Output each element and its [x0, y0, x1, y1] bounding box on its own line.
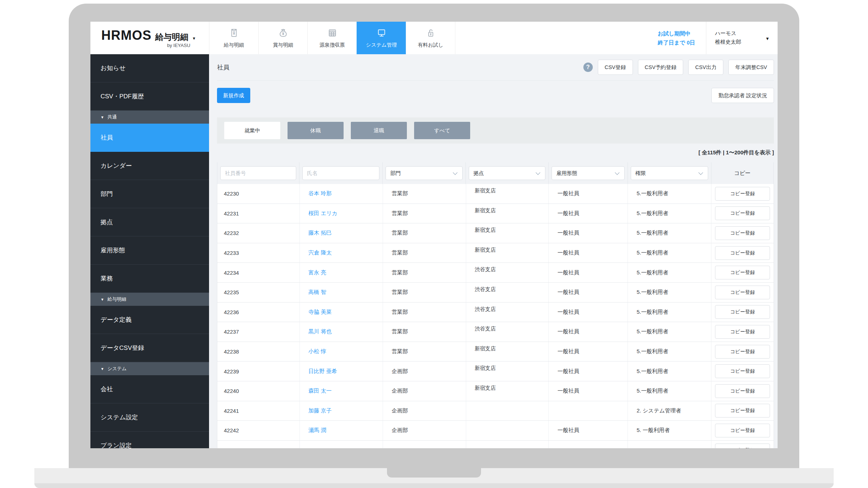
- table-row: 42233宍倉 隆太営業部新宿支店一般社員5.一般利用者コピー登録: [217, 243, 774, 263]
- sidebar-item-8[interactable]: 業務: [90, 265, 209, 293]
- copy-register-button[interactable]: コピー登録: [715, 364, 770, 378]
- cell-employment-type: 一般社員: [549, 223, 628, 243]
- department-filter-select[interactable]: 部門: [386, 166, 463, 180]
- sidebar-item-15[interactable]: プラン設定: [90, 432, 209, 448]
- cell-employee-no: 42237: [217, 322, 300, 342]
- copy-register-button[interactable]: コピー登録: [715, 286, 770, 299]
- cell-department: 営業部: [383, 303, 466, 322]
- cell-employee-no: 42240: [217, 381, 300, 401]
- status-tab-2[interactable]: 退職: [351, 122, 407, 139]
- copy-register-button[interactable]: コピー登録: [715, 206, 770, 220]
- copy-register-button[interactable]: コピー登録: [715, 325, 770, 339]
- employee-name-link[interactable]: 瀬馬 潤: [309, 427, 326, 434]
- copy-register-button[interactable]: コピー登録: [715, 305, 770, 319]
- cell-name: 高橋 智: [300, 283, 383, 302]
- status-tab-0[interactable]: 就業中: [224, 122, 280, 139]
- nav-tab-label: システム管理: [366, 42, 397, 48]
- name-filter-input[interactable]: [302, 166, 379, 180]
- employee-no-filter-input[interactable]: [220, 166, 296, 180]
- trial-status: お試し期間中 終了日まで 0日: [658, 22, 695, 54]
- cell-department: 企画部: [383, 361, 466, 381]
- cell-employee-no: 42239: [217, 361, 300, 381]
- employee-name-link[interactable]: 森田 太一: [309, 388, 332, 394]
- employee-name-link[interactable]: 加藤 京子: [309, 407, 332, 414]
- logo-caret-icon[interactable]: ▼: [192, 36, 196, 40]
- employee-name-link[interactable]: 富永 亮: [309, 269, 326, 276]
- attendance-approver-button[interactable]: 勤怠承認者 設定状況: [711, 88, 774, 103]
- sidebar-item-5[interactable]: 部門: [90, 180, 209, 208]
- page: { "header": { "logo": {"brand": "HRMOS",…: [0, 0, 868, 488]
- help-icon[interactable]: ?: [583, 63, 593, 72]
- sidebar-item-6[interactable]: 拠点: [90, 208, 209, 236]
- employee-name-link[interactable]: 藤木 拓巳: [309, 230, 332, 236]
- table-row: 42235高橋 智営業部渋谷支店一般社員5.一般利用者コピー登録: [217, 283, 774, 303]
- copy-register-button[interactable]: コピー登録: [715, 246, 770, 260]
- role-filter-select[interactable]: 権限: [631, 166, 708, 180]
- copy-register-button[interactable]: コピー登録: [715, 187, 770, 201]
- nav-tab-1[interactable]: ¥賞与明細: [258, 22, 307, 54]
- employee-name-link[interactable]: 宍倉 隆太: [309, 249, 332, 256]
- copy-register-button[interactable]: コピー登録: [715, 404, 770, 418]
- sidebar-item-10[interactable]: データ定義: [90, 306, 209, 334]
- copy-register-button[interactable]: コピー登録: [715, 384, 770, 398]
- cell-role: 5.一般利用者: [628, 303, 711, 322]
- copy-register-button[interactable]: コピー登録: [715, 345, 770, 359]
- section-caret-icon: ▼: [101, 367, 104, 371]
- nav-tab-4[interactable]: 有料お試し: [406, 22, 455, 54]
- section-caret-icon: ▼: [101, 115, 104, 119]
- copy-register-button[interactable]: コピー登録: [715, 424, 770, 437]
- record-count: [ 全115件 | 1〜200件目を表示 ]: [217, 147, 774, 158]
- app-logo[interactable]: HRMOS 給与明細 ▼ by IEYASU: [90, 22, 209, 54]
- csv-button-0[interactable]: CSV登録: [598, 60, 633, 75]
- sidebar-item-3[interactable]: 社員: [90, 124, 209, 152]
- copy-register-button[interactable]: コピー登録: [715, 226, 770, 240]
- employee-name-link[interactable]: 日比野 亜希: [309, 368, 337, 375]
- sidebar-item-13[interactable]: 会社: [90, 375, 209, 403]
- sidebar-item-1[interactable]: CSV・PDF履歴: [90, 82, 209, 111]
- sidebar-item-7[interactable]: 雇用形態: [90, 236, 209, 265]
- cell-copy: コピー登録: [711, 421, 774, 440]
- create-button[interactable]: 新規作成: [217, 88, 250, 103]
- cell-role: 5. 一般利用者: [628, 421, 711, 440]
- employee-name-link[interactable]: 高橋 智: [309, 289, 326, 296]
- sidebar-item-11[interactable]: データCSV登録: [90, 334, 209, 362]
- nav-tab-0[interactable]: ¥給与明細: [209, 22, 258, 54]
- nav-tab-label: 源泉徴収票: [320, 42, 345, 48]
- user-caret-icon[interactable]: ▼: [765, 35, 770, 43]
- sidebar-section-label: 共通: [107, 114, 117, 120]
- sidebar-item-14[interactable]: システム設定: [90, 403, 209, 432]
- laptop-notch: [387, 468, 481, 478]
- csv-button-3[interactable]: 年末調整CSV: [728, 60, 774, 75]
- employee-name-link[interactable]: 黒川 将也: [309, 328, 332, 335]
- branch-filter-select[interactable]: 拠点: [469, 166, 545, 180]
- table-row: 42234富永 亮営業部渋谷支店一般社員5.一般利用者コピー登録: [217, 263, 774, 283]
- employee-name-link[interactable]: 桜田 エリカ: [309, 210, 337, 217]
- sidebar-section-2[interactable]: ▼共通: [90, 111, 209, 124]
- sidebar-item-0[interactable]: お知らせ: [90, 54, 209, 82]
- nav-tab-2[interactable]: 源泉徴収票: [307, 22, 357, 54]
- status-tab-3[interactable]: すべて: [414, 122, 470, 139]
- cell-employment-type: 一般社員: [549, 421, 628, 440]
- sidebar-item-label: お知らせ: [101, 64, 125, 72]
- employee-name-link[interactable]: 寺脇 美菜: [309, 309, 332, 316]
- user-menu[interactable]: ハーモス 椎根史太郎 ▼: [706, 22, 778, 54]
- cell-role: 5.一般利用者: [628, 283, 711, 302]
- employee-name-link[interactable]: 谷本 玲那: [309, 190, 332, 197]
- cell-name: 藤木 拓巳: [300, 223, 383, 243]
- csv-button-2[interactable]: CSV出力: [688, 60, 723, 75]
- status-tab-1[interactable]: 休職: [288, 122, 344, 139]
- sidebar-section-12[interactable]: ▼システム: [90, 362, 209, 375]
- copy-register-button[interactable]: コピー登録: [715, 266, 770, 279]
- nav-tab-3[interactable]: システム管理: [357, 22, 406, 54]
- employee-name-link[interactable]: 小松 惇: [309, 348, 326, 355]
- cell-name: 谷本 玲那: [300, 184, 383, 204]
- csv-button-1[interactable]: CSV予約登録: [638, 60, 684, 75]
- employment-type-filter-select[interactable]: 雇用形態: [552, 166, 625, 180]
- cell-copy: コピー登録: [711, 283, 774, 302]
- cell-department: 企画部: [383, 381, 466, 401]
- cell-role: 5.一般利用者: [628, 184, 711, 204]
- copy-register-button[interactable]: コピー登録: [715, 444, 770, 448]
- cell-employment-type: 一般社員: [549, 361, 628, 381]
- sidebar-section-9[interactable]: ▼給与明細: [90, 293, 209, 306]
- sidebar-item-4[interactable]: カレンダー: [90, 152, 209, 180]
